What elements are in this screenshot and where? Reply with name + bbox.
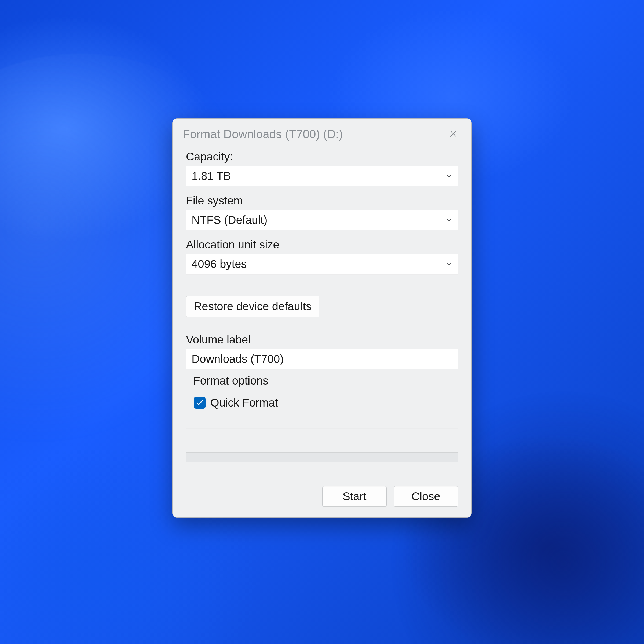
window-close-button[interactable]: [445, 126, 461, 142]
format-progress-bar: [186, 452, 458, 462]
capacity-select[interactable]: 1.81 TB: [186, 166, 458, 186]
start-button[interactable]: Start: [322, 486, 387, 507]
chevron-down-icon: [445, 170, 453, 182]
restore-defaults-button[interactable]: Restore device defaults: [186, 296, 319, 317]
capacity-label: Capacity:: [186, 150, 458, 163]
allocation-value: 4096 bytes: [192, 258, 247, 270]
format-options-group: Format options Quick Format: [186, 382, 458, 428]
quick-format-label: Quick Format: [210, 396, 278, 409]
titlebar: Format Downloads (T700) (D:): [173, 119, 471, 148]
filesystem-label: File system: [186, 194, 458, 207]
dialog-footer: Start Close: [186, 486, 458, 507]
chevron-down-icon: [445, 214, 453, 226]
allocation-label: Allocation unit size: [186, 238, 458, 251]
close-icon: [449, 129, 458, 139]
filesystem-value: NTFS (Default): [192, 214, 267, 226]
chevron-down-icon: [445, 258, 453, 270]
quick-format-checkbox-row[interactable]: Quick Format: [194, 396, 450, 409]
quick-format-checkbox[interactable]: [194, 397, 206, 409]
close-button[interactable]: Close: [394, 486, 458, 507]
check-icon: [196, 396, 204, 409]
allocation-select[interactable]: 4096 bytes: [186, 254, 458, 274]
dialog-body: Capacity: 1.81 TB File system NTFS (Defa…: [173, 148, 471, 517]
volume-label-label: Volume label: [186, 333, 458, 346]
format-options-legend: Format options: [191, 374, 271, 387]
capacity-value: 1.81 TB: [192, 170, 231, 182]
format-dialog: Format Downloads (T700) (D:) Capacity: 1…: [172, 118, 472, 518]
window-title: Format Downloads (T700) (D:): [183, 127, 343, 141]
volume-label-input[interactable]: [186, 349, 458, 369]
filesystem-select[interactable]: NTFS (Default): [186, 210, 458, 230]
